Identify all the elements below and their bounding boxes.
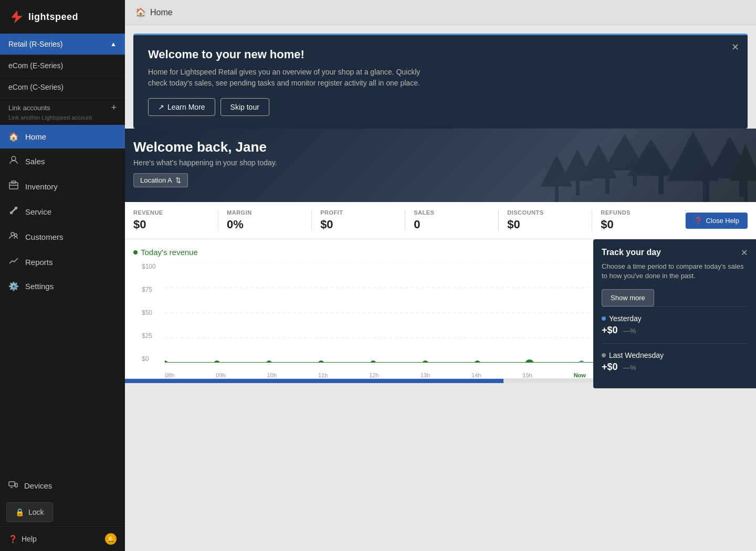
yesterday-value: +$0 [602,325,618,335]
y-label-25: $25 [142,332,156,340]
account-retail-label: Retail (R-Series) [8,40,62,48]
compare-wednesday-label: Last Wednesday [602,351,748,359]
x-label-15h: 15h [522,372,532,378]
track-close-button[interactable]: ✕ [741,248,748,258]
link-accounts-plus-icon[interactable]: + [111,102,117,113]
account-ecom-c-label: eCom (C-Series) [8,83,64,91]
y-label-100: $100 [142,263,156,270]
nav-sales-label: Sales [25,157,45,166]
lock-label: Lock [28,508,44,516]
learn-more-label: Learn More [167,103,205,111]
svg-rect-1 [9,183,18,189]
x-label-10h: 10h [267,372,277,378]
wednesday-value: +$0 [602,362,618,372]
close-help-button[interactable]: ❓ Close Help [686,213,748,229]
wednesday-values: +$0 —% [602,362,748,373]
track-panel: Track your day ✕ Choose a time period to… [593,239,756,388]
nav-item-home[interactable]: 🏠 Home [0,125,125,149]
svg-rect-8 [9,482,15,486]
yesterday-label-text: Yesterday [609,314,642,323]
external-link-icon: ↗ [158,103,164,111]
sales-icon [8,155,19,167]
main-content: 🏠 Home ✕ Welcome to your new home! Home … [125,0,756,551]
y-label-0: $0 [142,355,156,363]
account-ecom-c[interactable]: eCom (C-Series) [0,77,125,98]
compare-last-wednesday: Last Wednesday +$0 —% [602,343,748,380]
show-more-button[interactable]: Show more [602,289,654,306]
learn-more-button[interactable]: ↗ Learn More [148,98,215,116]
nav-inventory-label: Inventory [25,182,58,191]
location-label: Location A [140,176,172,184]
banner-buttons: ↗ Learn More Skip tour [148,98,733,116]
nav-item-devices[interactable]: Devices [0,473,125,498]
svg-point-40 [579,361,584,363]
svg-rect-22 [739,178,744,197]
lock-button[interactable]: 🔒 Lock [6,502,53,522]
banner-title: Welcome to your new home! [148,48,733,61]
stat-discounts-value: $0 [507,218,583,231]
sidebar-bottom: Devices 🔒 Lock ❓ Help 🔔 [0,473,125,551]
stat-profit: PROFIT $0 [312,209,405,231]
content-area: ✕ Welcome to your new home! Home for Lig… [125,25,756,551]
nav-item-customers[interactable]: Customers [0,224,125,249]
sidebar: lightspeed Retail (R-Series) ▲ eCom (E-S… [0,0,125,551]
nav-item-reports[interactable]: Reports [0,249,125,274]
stat-refunds: REFUNDS $0 [592,209,686,231]
lock-icon: 🔒 [15,508,24,516]
x-label-09h: 09h [216,372,225,378]
track-description: Choose a time period to compare today's … [602,262,748,281]
svg-rect-18 [703,181,709,202]
svg-rect-26 [744,181,748,202]
stat-margin-value: 0% [227,218,303,231]
help-button[interactable]: ❓ Help [8,535,37,543]
nav-reports-label: Reports [25,258,53,267]
link-accounts-row: Link accounts + [0,98,125,114]
x-label-11h: 11h [318,372,328,378]
svg-rect-16 [605,178,610,194]
stats-bar: REVENUE $0 MARGIN 0% PROFIT $0 SALES 0 D… [125,202,756,239]
inventory-icon [8,181,19,192]
chart-y-labels: $100 $75 $50 $25 $0 [142,263,156,363]
svg-point-7 [15,234,17,237]
logo-text: lightspeed [28,12,78,23]
revenue-area: Today's revenue August 14, 2024 EST $100… [125,239,756,378]
location-selector[interactable]: Location A ⇅ [133,173,188,187]
x-label-now: Now [574,372,586,378]
nav-item-settings[interactable]: ⚙️ Settings [0,274,125,298]
x-label-08h: 08h [165,372,174,378]
stat-discounts-label: DISCOUNTS [507,209,583,216]
revenue-dot [133,250,138,255]
svg-point-32 [165,361,167,363]
nav-service-label: Service [25,207,51,216]
nav-customers-label: Customers [25,232,64,241]
svg-rect-2 [12,181,16,183]
stat-revenue-label: REVENUE [133,209,209,216]
skip-tour-button[interactable]: Skip tour [220,98,269,116]
nav-item-inventory[interactable]: Inventory [0,174,125,199]
stat-sales-label: SALES [414,209,490,216]
svg-rect-24 [555,186,559,202]
welcome-section: Welcome back, Jane Here's what's happeni… [125,129,756,202]
nav-item-sales[interactable]: Sales [0,149,125,174]
link-accounts-sub: Link another Lightspeed account [0,114,125,125]
stat-revenue-value: $0 [133,218,209,231]
skip-tour-label: Skip tour [230,103,259,111]
svg-rect-9 [15,483,17,487]
notification-badge[interactable]: 🔔 [105,533,117,545]
stat-discounts: DISCOUNTS $0 [499,209,592,231]
nav-home-label: Home [25,132,46,141]
svg-point-36 [371,361,376,363]
yesterday-values: +$0 —% [602,325,748,336]
account-retail[interactable]: Retail (R-Series) ▲ [0,34,125,55]
account-ecom-e[interactable]: eCom (E-Series) [0,55,125,77]
welcome-banner: ✕ Welcome to your new home! Home for Lig… [133,34,748,129]
devices-icon [8,480,18,491]
stat-refunds-label: REFUNDS [601,209,677,216]
stat-sales-value: 0 [414,218,490,231]
svg-point-37 [423,361,428,363]
stat-profit-label: PROFIT [320,209,396,216]
welcome-subtitle: Here's what's happening in your shop tod… [133,158,748,167]
track-header: Track your day ✕ [602,248,748,258]
nav-item-service[interactable]: Service [0,199,125,224]
banner-close-button[interactable]: ✕ [731,41,739,53]
